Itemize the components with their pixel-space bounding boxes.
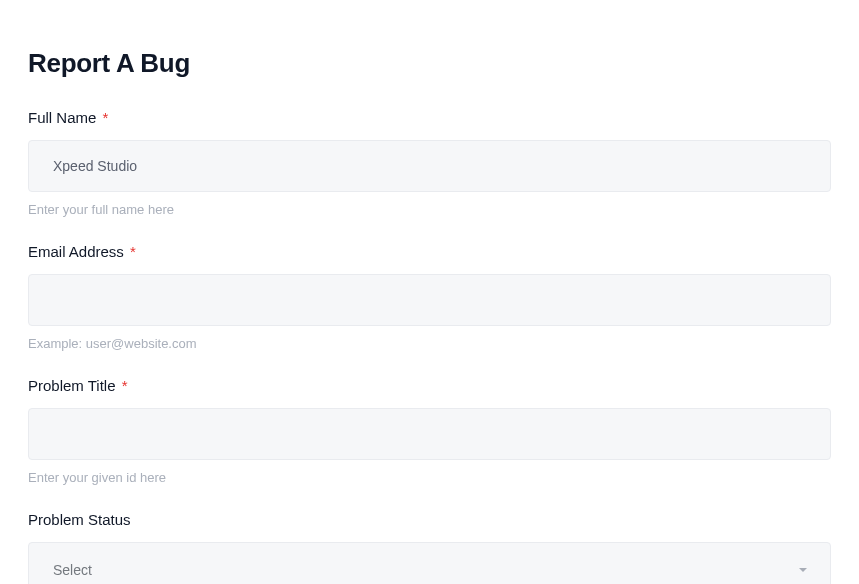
page-title: Report A Bug: [28, 48, 831, 79]
problem-title-help: Enter your given id here: [28, 470, 831, 485]
full-name-label: Full Name *: [28, 109, 831, 126]
email-label: Email Address *: [28, 243, 831, 260]
email-help: Example: user@website.com: [28, 336, 831, 351]
problem-status-label-text: Problem Status: [28, 511, 131, 528]
required-mark-icon: *: [130, 243, 136, 260]
full-name-label-text: Full Name: [28, 109, 96, 126]
problem-title-label-text: Problem Title: [28, 377, 116, 394]
problem-title-group: Problem Title * Enter your given id here: [28, 377, 831, 485]
email-label-text: Email Address: [28, 243, 124, 260]
email-field[interactable]: [28, 274, 831, 326]
problem-title-label: Problem Title *: [28, 377, 831, 394]
full-name-input[interactable]: [28, 140, 831, 192]
email-group: Email Address * Example: user@website.co…: [28, 243, 831, 351]
problem-status-label: Problem Status: [28, 511, 831, 528]
problem-status-select-wrapper: Select: [28, 542, 831, 584]
problem-status-group: Problem Status Select: [28, 511, 831, 584]
full-name-help: Enter your full name here: [28, 202, 831, 217]
problem-status-select[interactable]: Select: [28, 542, 831, 584]
problem-title-input[interactable]: [28, 408, 831, 460]
full-name-group: Full Name * Enter your full name here: [28, 109, 831, 217]
required-mark-icon: *: [122, 377, 128, 394]
required-mark-icon: *: [103, 109, 109, 126]
